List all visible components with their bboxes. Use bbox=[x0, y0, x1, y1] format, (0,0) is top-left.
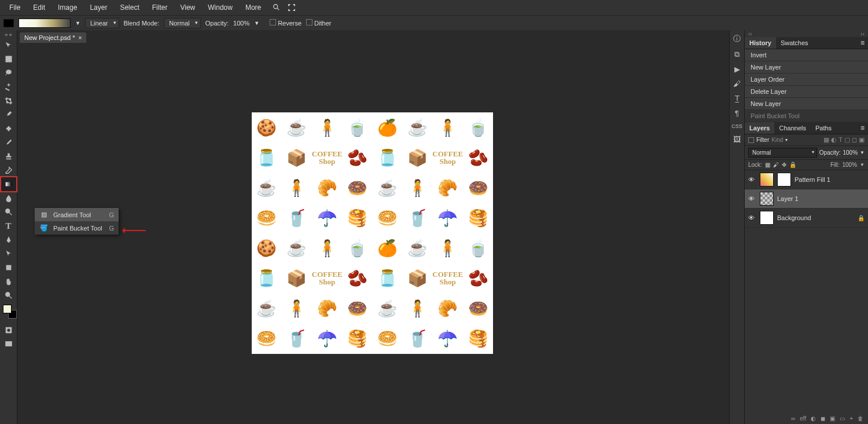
footer-adjust-icon[interactable]: ◐ bbox=[811, 415, 816, 422]
footer-link-icon[interactable]: ∞ bbox=[791, 415, 795, 422]
marquee-tool-icon[interactable] bbox=[1, 52, 16, 66]
crop-tool-icon[interactable] bbox=[1, 94, 16, 108]
gradient-preview[interactable] bbox=[19, 19, 71, 28]
footer-new-icon[interactable]: ▭ bbox=[840, 415, 845, 422]
panel-collapse-top[interactable]: ‹››‹ bbox=[745, 30, 868, 37]
lock-brush-icon[interactable]: 🖌 bbox=[773, 162, 779, 168]
panel-menu-icon[interactable]: ≡ bbox=[857, 39, 868, 47]
opacity-value[interactable]: 100% bbox=[233, 20, 249, 27]
lock-transparent-icon[interactable]: ▦ bbox=[765, 162, 770, 168]
panel-menu-icon[interactable]: ≡ bbox=[857, 124, 868, 132]
history-item[interactable]: New Layer bbox=[745, 61, 868, 74]
visibility-icon[interactable]: 👁 bbox=[748, 195, 756, 202]
footer-add-icon[interactable]: + bbox=[849, 415, 853, 422]
color-swatches[interactable] bbox=[3, 305, 14, 316]
filter-label: Filter bbox=[756, 137, 769, 143]
fullscreen-icon[interactable] bbox=[286, 2, 297, 13]
reverse-checkbox[interactable]: Reverse bbox=[270, 19, 301, 27]
collapse-icon[interactable]: » « bbox=[1, 31, 16, 38]
opacity-dropdown-icon[interactable]: ▼ bbox=[254, 20, 259, 26]
layer-row[interactable]: 👁 Background 🔒 bbox=[745, 209, 868, 228]
history-tab[interactable]: History bbox=[745, 37, 776, 49]
screenmode-icon[interactable] bbox=[1, 337, 16, 351]
visibility-icon[interactable]: 👁 bbox=[748, 214, 756, 221]
gradient-tool-icon[interactable] bbox=[1, 177, 16, 191]
type-tool-icon[interactable]: T bbox=[1, 219, 16, 233]
menu-file[interactable]: File bbox=[3, 1, 26, 14]
layer-opacity-label: Opacity: bbox=[819, 149, 841, 156]
image-panel-icon[interactable]: 🖼 bbox=[733, 135, 741, 144]
quickmask-icon[interactable] bbox=[1, 323, 16, 337]
layer-row[interactable]: 👁 Layer 1 bbox=[745, 189, 868, 209]
menu-image[interactable]: Image bbox=[52, 1, 83, 14]
eraser-tool-icon[interactable] bbox=[1, 163, 16, 177]
move-tool-icon[interactable] bbox=[1, 38, 16, 52]
fill-value[interactable]: 100% bbox=[843, 162, 858, 168]
menu-window[interactable]: Window bbox=[202, 1, 238, 14]
wand-tool-icon[interactable] bbox=[1, 80, 16, 94]
info-icon[interactable]: ⓘ bbox=[733, 34, 741, 44]
menu-edit[interactable]: Edit bbox=[27, 1, 51, 14]
blend-mode-select[interactable]: Normal bbox=[164, 18, 200, 28]
css-icon[interactable]: CSS bbox=[731, 123, 742, 129]
footer-trash-icon[interactable]: 🗑 bbox=[858, 415, 863, 422]
lock-all-icon[interactable]: 🔒 bbox=[789, 162, 796, 168]
visibility-icon[interactable]: 👁 bbox=[748, 176, 756, 183]
eyedropper-tool-icon[interactable] bbox=[1, 108, 16, 122]
pen-tool-icon[interactable] bbox=[1, 233, 16, 247]
history-item[interactable]: Layer Order bbox=[745, 74, 868, 86]
path-select-tool-icon[interactable] bbox=[1, 247, 16, 261]
swatches-tab[interactable]: Swatches bbox=[776, 37, 813, 49]
menu-more[interactable]: More bbox=[240, 1, 267, 14]
footer-mask-icon[interactable]: ◼ bbox=[821, 415, 825, 422]
filter-type-icons[interactable]: ▦ ◐ T ▢ ◻ ▣ bbox=[823, 136, 865, 144]
flyout-gradient-tool[interactable]: ▨ Gradient Tool G bbox=[35, 208, 119, 221]
paragraph-icon[interactable]: ¶ bbox=[735, 109, 739, 118]
search-icon[interactable] bbox=[271, 2, 282, 13]
dither-checkbox[interactable]: Dither bbox=[306, 19, 331, 27]
footer-fx-icon[interactable]: eff bbox=[800, 415, 806, 422]
stamp-tool-icon[interactable] bbox=[1, 149, 16, 163]
close-icon[interactable]: × bbox=[78, 35, 82, 41]
history-item-current[interactable]: Paint Bucket Tool bbox=[745, 110, 868, 122]
history-item[interactable]: New Layer bbox=[745, 98, 868, 110]
hand-tool-icon[interactable] bbox=[1, 275, 16, 288]
blend-mode-label: Blend Mode: bbox=[124, 20, 160, 27]
layers-tab[interactable]: Layers bbox=[745, 122, 774, 134]
gradient-type-select[interactable]: Linear bbox=[85, 18, 119, 28]
brush-panel-icon[interactable]: 🖌 bbox=[733, 79, 741, 88]
gradient-preview-dropdown[interactable]: ▼ bbox=[75, 20, 80, 26]
dodge-tool-icon[interactable] bbox=[1, 205, 16, 219]
blur-tool-icon[interactable] bbox=[1, 191, 16, 205]
zoom-tool-icon[interactable] bbox=[1, 288, 16, 302]
nav-expand-icon[interactable]: ⧉ bbox=[734, 50, 740, 59]
type-panel-icon[interactable]: T̲ bbox=[735, 94, 740, 103]
footer-group-icon[interactable]: ▣ bbox=[830, 415, 835, 422]
heal-tool-icon[interactable] bbox=[1, 122, 16, 136]
document-tab[interactable]: New Project.psd * × bbox=[20, 32, 86, 43]
filter-checkbox[interactable] bbox=[748, 137, 754, 143]
filter-kind[interactable]: Kind bbox=[771, 137, 783, 143]
menu-filter[interactable]: Filter bbox=[146, 1, 174, 14]
history-item[interactable]: Delete Layer bbox=[745, 86, 868, 98]
shape-tool-icon[interactable] bbox=[1, 261, 16, 275]
svg-line-1 bbox=[277, 8, 279, 10]
layer-blend-row: Normal Opacity: 100% ▼ bbox=[745, 146, 868, 160]
play-icon[interactable]: ▶ bbox=[734, 65, 740, 74]
lasso-tool-icon[interactable] bbox=[1, 66, 16, 80]
layer-row[interactable]: 👁 Pattern Fill 1 bbox=[745, 170, 868, 189]
brush-tool-icon[interactable] bbox=[1, 136, 16, 149]
layer-blend-select[interactable]: Normal bbox=[748, 148, 817, 158]
menu-select[interactable]: Select bbox=[114, 1, 145, 14]
menu-view[interactable]: View bbox=[174, 1, 201, 14]
paths-tab[interactable]: Paths bbox=[811, 122, 836, 134]
canvas-area[interactable]: 🍪☕🧍🍵🍊☕🧍🍵🫙📦COFFEE Shop🫘🫙📦COFFEE Shop🫘☕🧍🥐🍩… bbox=[17, 43, 729, 424]
tool-preset-icon[interactable] bbox=[3, 19, 14, 27]
flyout-paint-bucket-tool[interactable]: 🪣 Paint Bucket Tool G bbox=[35, 221, 119, 235]
layer-opacity-value[interactable]: 100% bbox=[843, 149, 858, 156]
svg-rect-12 bbox=[5, 342, 12, 346]
menu-layer[interactable]: Layer bbox=[84, 1, 113, 14]
lock-move-icon[interactable]: ✥ bbox=[782, 162, 786, 168]
history-item[interactable]: Invert bbox=[745, 49, 868, 61]
channels-tab[interactable]: Channels bbox=[774, 122, 810, 134]
